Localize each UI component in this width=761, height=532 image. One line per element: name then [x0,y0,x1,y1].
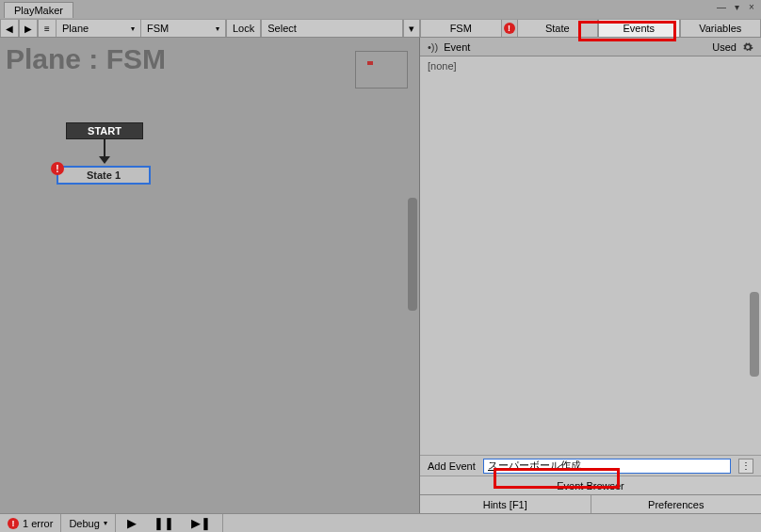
inspector-panel: •)) Event Used [none] Add Event ⋮ Event … [420,38,761,513]
used-label: Used [712,41,737,53]
error-count[interactable]: ! 1 error [0,514,61,532]
select-button[interactable]: Select [261,20,403,37]
toolbar-left: ◀ ▶ ≡ Plane ▾ FSM ▾ Lock Select ▾ [0,20,420,37]
transition-arrow-line [104,139,105,158]
target-dropdown-label: Plane [62,23,89,34]
events-none-label: [none] [428,60,753,72]
state-error-icon: ! [51,162,64,175]
add-event-menu-button[interactable]: ⋮ [738,459,753,474]
error-count-label: 1 error [23,518,53,529]
toolbar-right-tabs: FSM ! State Events Variables [420,20,761,37]
fsm-error-icon: ! [502,20,517,37]
tab-fsm[interactable]: FSM [420,20,502,37]
dropdown-icon[interactable]: ▾ [731,2,742,12]
debug-label: Debug [69,518,99,529]
nav-prev-button[interactable]: ◀ [0,20,19,37]
pause-icon[interactable]: ❚❚ [154,516,174,530]
add-event-row: Add Event ⋮ [420,455,761,476]
window-tab[interactable]: PlayMaker [4,2,73,18]
nav-list-button[interactable]: ≡ [38,20,57,37]
playmaker-window: PlayMaker — ▾ × ◀ ▶ ≡ Plane ▾ FSM ▾ Lock… [0,0,761,532]
minimize-icon[interactable]: — [716,2,727,12]
canvas-scrollbar[interactable] [408,198,417,311]
event-browser-button[interactable]: Event Browser [420,476,761,494]
lock-button[interactable]: Lock [226,20,261,37]
tab-state[interactable]: State [517,20,599,37]
add-event-input[interactable] [483,459,731,474]
minimap[interactable] [355,51,408,89]
preferences-button[interactable]: Preferences [591,495,762,513]
playback-controls: ▶ ❚❚ ▶❚ [116,514,223,532]
close-icon[interactable]: × [746,2,757,12]
debug-dropdown[interactable]: Debug ▾ [61,514,115,532]
chevron-down-icon: ▾ [216,24,219,33]
transition-arrow-head-icon [99,156,110,164]
toolbar-dropdown-icon[interactable]: ▾ [403,20,420,37]
titlebar: PlayMaker — ▾ × [0,0,761,19]
step-icon[interactable]: ▶❚ [191,516,211,530]
events-header: •)) Event Used [420,38,761,56]
tab-events[interactable]: Events [598,20,680,37]
fsm-dropdown-label: FSM [147,23,169,34]
toolbar: ◀ ▶ ≡ Plane ▾ FSM ▾ Lock Select ▾ FSM ! … [0,19,761,38]
state-node[interactable]: ! State 1 [57,166,151,185]
fsm-canvas[interactable]: Plane : FSM START ! State 1 [0,38,420,513]
minimap-node-icon [367,61,373,65]
main-split: Plane : FSM START ! State 1 •)) Event [0,38,761,513]
state-node-label: State 1 [87,169,121,181]
hints-button[interactable]: Hints [F1] [420,495,591,513]
tab-variables[interactable]: Variables [680,20,762,37]
error-icon: ! [8,518,19,529]
play-icon[interactable]: ▶ [127,516,137,530]
nav-next-button[interactable]: ▶ [19,20,38,37]
window-controls: — ▾ × [716,2,757,12]
events-header-label: Event [444,41,470,53]
statusbar: ! 1 error Debug ▾ ▶ ❚❚ ▶❚ [0,513,761,532]
chevron-down-icon: ▾ [104,519,107,527]
fsm-dropdown[interactable]: FSM ▾ [141,20,226,37]
events-list[interactable]: [none] [420,56,761,455]
gear-icon[interactable] [742,41,753,53]
footer-tabs: Hints [F1] Preferences [420,494,761,513]
events-scrollbar[interactable] [750,292,759,377]
chevron-down-icon: ▾ [131,24,135,33]
status-filler [223,514,761,532]
broadcast-icon: •)) [428,41,438,53]
add-event-label: Add Event [428,460,476,472]
canvas-title: Plane : FSM [6,43,166,75]
target-dropdown[interactable]: Plane ▾ [57,20,141,37]
start-node[interactable]: START [66,122,143,139]
